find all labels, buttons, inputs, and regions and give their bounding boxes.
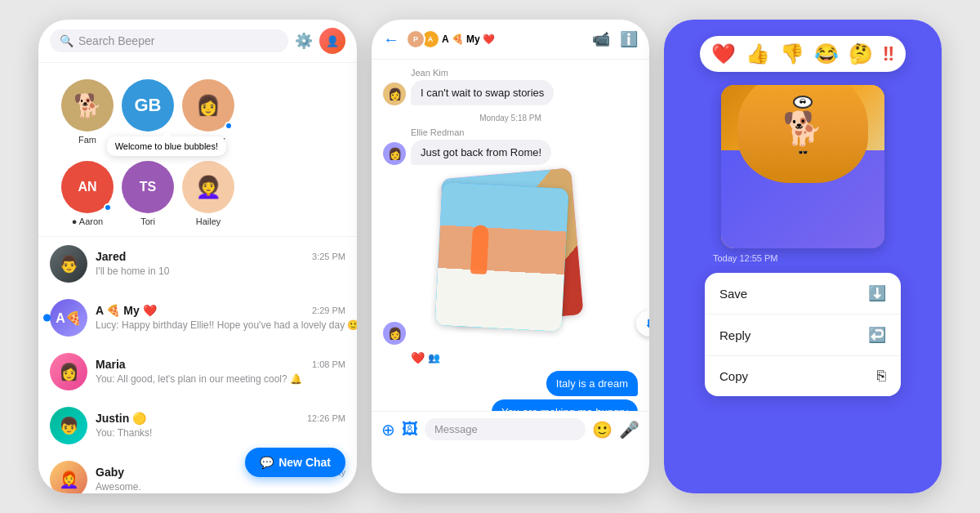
reply-icon: ↩️ xyxy=(868,326,886,344)
dog-image-card: 🕶 🐕 🕶️ xyxy=(721,85,884,248)
emoji-reaction-bar: ❤️ 👍 👎 😂 🤔 ‼️ xyxy=(700,36,906,72)
story-aaron-name: ● Aaron xyxy=(72,216,103,226)
chat-item-jared[interactable]: 👨 Jared 3:25 PM I'll be home in 10 xyxy=(38,237,357,291)
timestamp-monday: Monday 5:18 PM xyxy=(383,114,638,123)
context-copy[interactable]: Copy ⎘ xyxy=(705,356,901,396)
chat-avatar-jared: 👨 xyxy=(50,245,87,283)
save-icon: ⬇️ xyxy=(868,284,886,302)
header-group-name: A 🍕 My ❤️ xyxy=(442,33,495,45)
photo-icon[interactable]: 🖼 xyxy=(402,420,418,439)
reaction-heart-btn[interactable]: ❤️ xyxy=(711,42,736,65)
chat-info-a-group: A 🍕 My ❤️ 2:29 PM Lucy: Happy birthday E… xyxy=(96,304,345,332)
new-chat-button[interactable]: 💬 New Chat xyxy=(245,448,345,477)
reaction-heart: ❤️ xyxy=(411,351,425,364)
phone3-background: ❤️ 👍 👎 😂 🤔 ‼️ 🕶 xyxy=(664,20,942,493)
emoji-icon[interactable]: 🙂 xyxy=(592,420,612,439)
msg-avatar-ellie-2: 👩 xyxy=(383,322,406,345)
message-input[interactable]: Message xyxy=(425,418,586,440)
bubble-hungry: You are making me hungry xyxy=(492,399,638,411)
bubble-italy: Italy is a dream xyxy=(546,371,638,396)
copy-label: Copy xyxy=(719,369,748,383)
chat-avatar-gaby: 👩‍🦰 xyxy=(50,461,87,493)
story-penny[interactable]: 👩 ● Penny Welcome to blue bubbles! xyxy=(182,79,234,145)
dog-photo: 🕶 🐕 🕶️ xyxy=(721,85,884,248)
add-attachment-icon[interactable]: ⊕ xyxy=(381,420,395,439)
chat-item-justin[interactable]: 👦 Justin 🟡 12:26 PM You: Thanks! xyxy=(38,399,357,453)
settings-icon[interactable]: ⚙️ xyxy=(295,32,313,50)
header-avatars: P A xyxy=(406,29,435,49)
chat-input-bar: ⊕ 🖼 Message 🙂 🎤 xyxy=(372,411,649,447)
chat-time-a-group: 2:29 PM xyxy=(312,306,345,315)
chat-preview-a-group: Lucy: Happy birthday Ellie!! Hope you've… xyxy=(96,319,357,331)
story-tori-avatar: TS xyxy=(122,161,174,213)
phones-container: 🔍 Search Beeper ⚙️ 👤 🐕 Fam xyxy=(22,3,958,510)
chat-time-maria: 1:08 PM xyxy=(312,359,345,369)
image-message-row: 👩 ⬇ xyxy=(383,173,638,345)
story-fam-avatar: 🐕 xyxy=(61,79,114,132)
stories-row-1: 🐕 Fam GB Gaby xyxy=(50,69,345,151)
chat-info-justin: Justin 🟡 12:26 PM You: Thanks! xyxy=(96,412,345,439)
story-gaby-avatar: GB xyxy=(122,79,174,132)
bubble-ellie-rome: Just got back from Rome! xyxy=(411,140,551,165)
reaction-thumbsdown-btn[interactable]: 👎 xyxy=(780,42,804,65)
reaction-exclaim-btn[interactable]: ‼️ xyxy=(883,42,895,65)
back-button[interactable]: ← xyxy=(383,30,399,49)
header-avatar-1: P xyxy=(406,29,425,49)
chat-info-jared: Jared 3:25 PM I'll be home in 10 xyxy=(96,250,345,278)
chat-item-maria[interactable]: 👩 Maria 1:08 PM You: All good, let's pla… xyxy=(38,345,357,399)
reaction-think-btn[interactable]: 🤔 xyxy=(849,42,873,65)
chat-header: ← P A A 🍕 My ❤️ 📹 ℹ️ xyxy=(372,20,649,60)
chat-avatar-justin: 👦 xyxy=(50,407,87,444)
chat-name-maria: Maria xyxy=(96,358,126,371)
new-chat-icon: 💬 xyxy=(260,456,274,469)
video-call-icon[interactable]: 📹 xyxy=(592,30,610,48)
chat-avatar-maria: 👩 xyxy=(50,353,87,390)
story-hailey[interactable]: 👩‍🦱 Hailey xyxy=(182,161,234,226)
story-tori-name: Tori xyxy=(140,216,155,226)
audio-icon[interactable]: 🎤 xyxy=(619,420,639,439)
message-content-ellie-1: Ellie Redman Just got back from Rome! xyxy=(411,127,551,165)
msg-avatar-ellie: 👩 xyxy=(383,142,406,165)
phone-context: ❤️ 👍 👎 😂 🤔 ‼️ 🕶 xyxy=(664,20,942,493)
user-avatar-image: 👤 xyxy=(326,35,339,47)
stories-section: 🐕 Fam GB Gaby xyxy=(38,63,357,237)
context-reply[interactable]: Reply ↩️ xyxy=(705,314,901,356)
chat-name-a-group: A 🍕 My ❤️ xyxy=(96,304,157,317)
message-row-jean: 👩 Jean Kim I can't wait to swap stories xyxy=(383,68,638,105)
chat-preview-justin: You: Thanks! xyxy=(96,427,152,439)
chat-item-a-group[interactable]: A🍕 A 🍕 My ❤️ 2:29 PM Lucy: Happy birthda… xyxy=(38,291,357,345)
search-bar: 🔍 Search Beeper ⚙️ 👤 xyxy=(38,20,357,63)
chat-preview-jared: I'll be home in 10 xyxy=(96,265,169,277)
image-stack xyxy=(439,173,590,345)
search-input-wrap[interactable]: 🔍 Search Beeper xyxy=(50,29,288,52)
story-aaron[interactable]: AN ● Aaron xyxy=(61,161,114,226)
story-fam[interactable]: 🐕 Fam xyxy=(61,79,114,145)
sender-name-ellie: Ellie Redman xyxy=(411,127,551,137)
message-bubble-jean: Jean Kim I can't wait to swap stories xyxy=(411,68,554,105)
header-icons: 📹 ℹ️ xyxy=(592,30,638,48)
reaction-laugh-btn[interactable]: 😂 xyxy=(814,42,839,65)
phone-contacts: 🔍 Search Beeper ⚙️ 👤 🐕 Fam xyxy=(38,20,357,493)
search-icon: 🔍 xyxy=(60,34,74,47)
chat-name-gaby: Gaby xyxy=(96,466,124,479)
reaction-thumbsup-btn[interactable]: 👍 xyxy=(746,42,770,65)
user-avatar[interactable]: 👤 xyxy=(319,28,345,54)
chat-preview-maria: You: All good, let's plan in our meeting… xyxy=(96,373,302,385)
search-placeholder: Search Beeper xyxy=(78,34,154,47)
message-row-ellie-1: 👩 Ellie Redman Just got back from Rome! xyxy=(383,127,638,165)
chat-info-maria: Maria 1:08 PM You: All good, let's plan … xyxy=(96,358,345,386)
info-icon[interactable]: ℹ️ xyxy=(620,30,638,48)
story-fam-name: Fam xyxy=(78,135,96,145)
chat-preview-gaby: Awesome. xyxy=(96,481,141,493)
chat-time-justin: 12:26 PM xyxy=(307,413,345,423)
download-button[interactable]: ⬇ xyxy=(636,310,649,337)
phone-chat: ← P A A 🍕 My ❤️ 📹 ℹ️ 👩 Jean Kim xyxy=(372,20,649,493)
context-save[interactable]: Save ⬇️ xyxy=(705,273,901,314)
messages-area: 👩 Jean Kim I can't wait to swap stories … xyxy=(372,60,649,411)
unread-dot-a-group xyxy=(43,314,51,322)
chat-time-jared: 3:25 PM xyxy=(312,252,345,261)
reply-label: Reply xyxy=(719,328,751,342)
story-tori[interactable]: TS Tori xyxy=(122,161,174,226)
context-menu: Save ⬇️ Reply ↩️ Copy ⎘ xyxy=(705,273,901,396)
bubble-jean: I can't wait to swap stories xyxy=(411,80,554,105)
